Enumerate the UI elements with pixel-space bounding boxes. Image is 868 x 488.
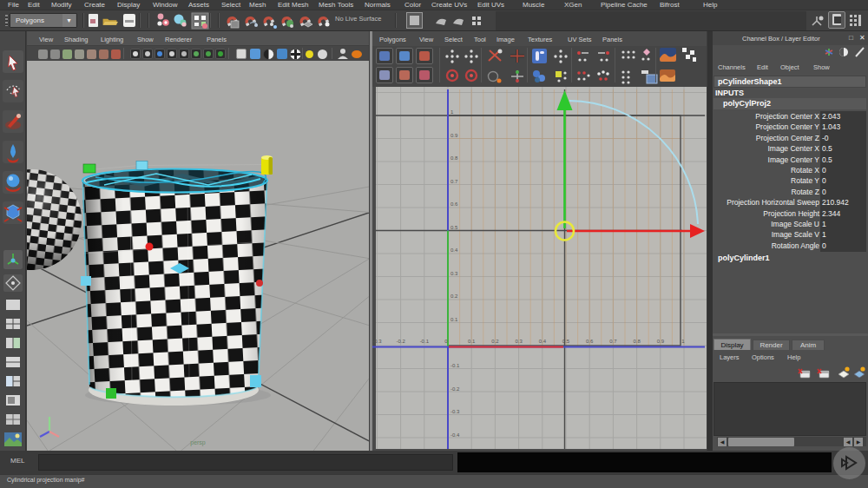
svg-text:0.4: 0.4 [539, 339, 547, 344]
svg-text:0.1: 0.1 [450, 317, 458, 322]
svg-text:-0.1: -0.1 [420, 339, 430, 344]
svg-text:0.6: 0.6 [586, 339, 594, 344]
svg-text:0.3: 0.3 [515, 339, 523, 344]
svg-text:0.9: 0.9 [450, 133, 458, 138]
svg-text:0.2: 0.2 [491, 339, 499, 344]
svg-text:0.2: 0.2 [450, 293, 458, 299]
svg-text:0.8: 0.8 [450, 155, 458, 161]
svg-text:persp: persp [190, 439, 206, 446]
svg-text:-0.1: -0.1 [450, 363, 460, 368]
svg-text:0.5: 0.5 [450, 225, 458, 230]
svg-text:0.7: 0.7 [450, 179, 458, 184]
svg-text:-0.2: -0.2 [450, 386, 460, 392]
svg-text:0.7: 0.7 [609, 339, 617, 344]
svg-text:0.6: 0.6 [450, 201, 458, 207]
svg-text:-0.4: -0.4 [450, 432, 460, 438]
svg-text:-0.3: -0.3 [450, 409, 460, 414]
svg-text:0.5: 0.5 [562, 339, 570, 344]
svg-text:0.9: 0.9 [657, 339, 665, 344]
svg-text:-0.3: -0.3 [372, 339, 382, 344]
svg-text:-0.2: -0.2 [396, 339, 405, 344]
svg-text:0.1: 0.1 [468, 339, 476, 344]
svg-text:0.8: 0.8 [633, 339, 641, 344]
svg-text:0.3: 0.3 [450, 271, 458, 276]
svg-text:0.4: 0.4 [450, 247, 458, 253]
